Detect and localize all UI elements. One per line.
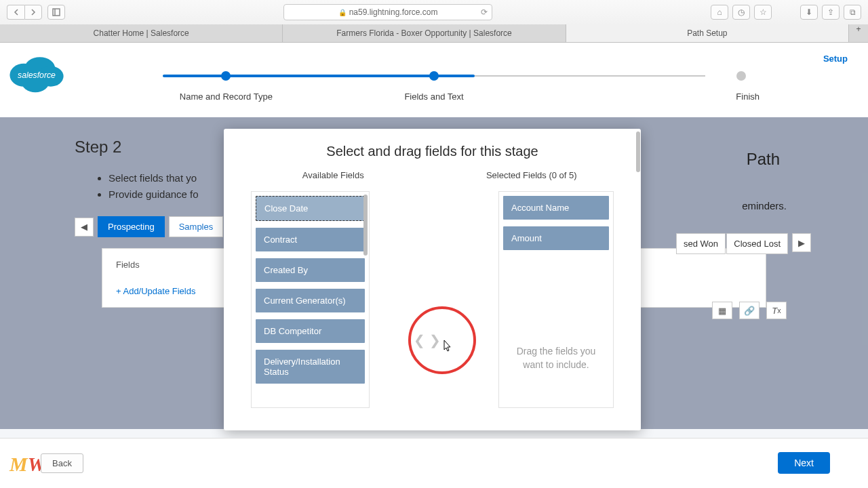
available-scrollbar[interactable]: [363, 195, 368, 256]
step-heading: Step 2: [75, 138, 121, 156]
back-button[interactable]: [7, 5, 24, 20]
sidebar-toggle-button[interactable]: [47, 5, 65, 20]
url-text: na59.lightning.force.com: [349, 7, 438, 17]
progress-label-1: Fields and Text: [330, 92, 538, 102]
tabs-icon[interactable]: ⧉: [844, 5, 861, 20]
stage-next-button[interactable]: ▶: [792, 233, 811, 252]
field-picker-modal: Select and drag fields for this stage Av…: [224, 129, 641, 430]
new-tab-button[interactable]: +: [849, 24, 868, 42]
progress-dot-0: [221, 71, 231, 81]
bullet-trail: eminders.: [742, 200, 787, 211]
field-db-competitor[interactable]: DB Competitor: [256, 319, 365, 343]
browser-toolbar: 🔒 na59.lightning.force.com ⟳ ⌂ ◷ ☆ ⬇ ⇪ ⧉: [0, 0, 868, 24]
stage-prospecting[interactable]: Prospecting: [98, 216, 165, 237]
browser-tabs: Chatter Home | Salesforce Farmers Florid…: [0, 24, 868, 42]
selected-fields-list: Account Name Amount Drag the fields you …: [498, 191, 614, 408]
history-icon[interactable]: ◷: [732, 5, 750, 20]
toolbar-clear-icon[interactable]: Tx: [766, 302, 787, 319]
field-current-generators[interactable]: Current Generator(s): [256, 289, 365, 312]
available-fields-label: Available Fields: [251, 170, 416, 180]
selected-amount[interactable]: Amount: [503, 226, 609, 250]
move-left-icon[interactable]: ❮: [414, 332, 425, 348]
available-fields-list: Close Date Contract Created By Current G…: [251, 191, 370, 408]
modal-title: Select and drag fields for this stage: [224, 129, 641, 170]
move-right-icon[interactable]: ❯: [429, 332, 441, 348]
stage-prev-button[interactable]: ◀: [75, 218, 94, 237]
lock-icon: 🔒: [338, 9, 347, 16]
forward-button[interactable]: [24, 5, 42, 20]
field-created-by[interactable]: Created By: [256, 258, 365, 282]
address-bar[interactable]: 🔒 na59.lightning.force.com ⟳: [283, 4, 492, 20]
heading-trail: Path: [747, 150, 780, 169]
progress-dot-1: [429, 71, 439, 81]
selected-account-name[interactable]: Account Name: [503, 196, 609, 220]
downloads-icon[interactable]: ⬇: [800, 5, 818, 20]
browser-chrome: 🔒 na59.lightning.force.com ⟳ ⌂ ◷ ☆ ⬇ ⇪ ⧉…: [0, 0, 868, 43]
svg-rect-0: [53, 9, 60, 16]
drag-hint-text: Drag the fields you want to include.: [503, 345, 609, 371]
home-icon[interactable]: ⌂: [711, 5, 728, 20]
progress-label-0: Name and Record Type: [122, 92, 330, 102]
stage-samples[interactable]: Samples: [169, 216, 224, 237]
field-close-date[interactable]: Close Date: [256, 196, 365, 221]
field-delivery-status[interactable]: Delivery/Installation Status: [256, 350, 365, 384]
svg-text:salesforce: salesforce: [18, 70, 56, 80]
selected-fields-label: Selected Fields (0 of 5): [450, 170, 614, 180]
browser-tab-0[interactable]: Chatter Home | Salesforce: [0, 24, 283, 42]
setup-link[interactable]: Setup: [823, 54, 848, 64]
next-button[interactable]: Next: [778, 452, 830, 474]
progress-indicator: Name and Record Type Fields and Text Fin…: [122, 71, 746, 102]
modal-scrollbar[interactable]: [635, 130, 641, 429]
reload-icon[interactable]: ⟳: [481, 7, 488, 17]
stage-won-partial[interactable]: sed Won: [676, 233, 726, 254]
app-header: salesforce Setup Name and Record Type Fi…: [0, 43, 868, 117]
browser-tab-2[interactable]: Path Setup: [566, 24, 849, 42]
bookmarks-icon[interactable]: ☆: [754, 5, 772, 20]
stage-closed-lost[interactable]: Closed Lost: [726, 233, 788, 254]
share-icon[interactable]: ⇪: [822, 5, 840, 20]
salesforce-logo: salesforce: [4, 49, 69, 97]
toolbar-image-icon[interactable]: ▦: [712, 302, 732, 319]
transfer-arrows: ❮ ❯: [414, 332, 441, 348]
browser-tab-1[interactable]: Farmers Florida - Boxer Opportunity | Sa…: [283, 24, 566, 42]
field-contract[interactable]: Contract: [256, 228, 365, 251]
back-button[interactable]: Back: [41, 453, 83, 473]
progress-label-2: Finish: [538, 92, 760, 102]
toolbar-link-icon[interactable]: 🔗: [739, 302, 760, 319]
progress-dot-2: [736, 71, 746, 81]
wizard-footer: MWM Back Next: [0, 438, 868, 488]
